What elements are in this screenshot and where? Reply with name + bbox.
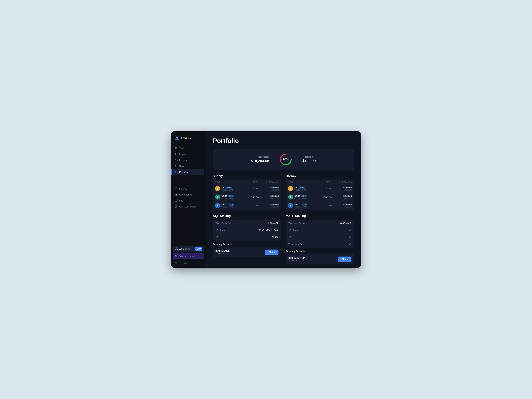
aql-rewards-info: 319.53 AQL $1,000.25 [215,250,230,255]
svg-point-10 [176,194,177,195]
balance-cell: 5,000.00 $4,999.91 [336,203,352,208]
sidebar-item-trade[interactable]: Trade [173,145,204,151]
asset-sub: COLLATERAL [222,197,234,199]
supply-row-dai[interactable]: ₿ DAI $1.00 COLLATERAL 13.12% 5, [213,184,281,193]
balance-cell: 5,000.00 $4,999.91 [263,195,279,199]
supply-col-balance: MY BALANCE [263,181,279,183]
wallet-icon [175,255,177,258]
asset-cell: $ USDC $1.00 COLLATERAL [288,203,320,208]
asset-badge: $1.00 [228,203,234,206]
discord-icon[interactable]: ⌨ [184,261,188,264]
sidebar-item-portfolio[interactable]: Portfolio [171,169,204,175]
aql-staking-body: Total AQL Balance: 3,000 AQL AQL Locked:… [213,220,281,241]
sidebar-item-liquidity-label: Liquidity [179,153,188,155]
malp-total-balance-row: Total Malp Balance: 3,000 MALP [288,220,351,227]
malp-staking-card: MALP Staking Total Malp Balance: 3,000 M… [286,214,354,264]
supply-table: Supply ASSET APY MY BALANCE ₿ DAI [213,174,281,210]
sidebar-item-get-test-tokens-label: Get Test Tokens [179,205,196,208]
get-test-tokens-icon [175,205,177,208]
sidebar-item-lending[interactable]: Lending [173,157,204,163]
svg-rect-3 [175,160,177,161]
balance-sub: $4,999.91 [263,206,279,208]
sidebar-item-governance-label: Governance [179,193,192,196]
sidebar-item-governance[interactable]: Governance [173,192,204,197]
page-title: Portfolio [213,137,354,145]
asset-badge: $1.00 [302,203,307,206]
aql-claim-button[interactable]: Claim [265,250,279,255]
malp-rewards-usd: $1,000.25 [288,260,305,262]
asset-name: USDC [294,203,301,206]
asset-info: USDT $0.99 COLLATERAL [222,195,234,199]
apy-value: 13.12% [320,196,336,198]
forums-icon [175,187,177,190]
supply-row-usdt[interactable]: T USDT $0.99 COLLATERAL 13.12% 5 [213,193,281,201]
sidebar-item-get-test-tokens[interactable]: Get Test Tokens [173,204,204,209]
borrow-row-dai[interactable]: ₿ DAI $1.00 COLLATERAL 13.12% 5, [286,184,354,193]
svg-point-5 [176,166,177,166]
supply-row-usdc[interactable]: $ USDC $1.00 COLLATERAL 13.12% 5 [213,201,281,210]
sidebar-item-lending-label: Lending [179,159,188,161]
supply-table-body: ₿ DAI $1.00 COLLATERAL 13.12% 5, [213,184,281,210]
asset-info: USDT $0.99 COLLATERAL [294,195,307,199]
medium-icon[interactable]: M [175,261,177,264]
trade-icon [175,147,177,149]
sidebar-item-info-label: Info [179,199,183,202]
buy-button[interactable]: Buy [195,247,202,251]
sidebar-item-forums-label: Forums [179,187,187,190]
malp-ap-key: AP: [288,236,292,238]
balance-sub: $4,999.91 [336,197,352,199]
logo: Aqualis [171,136,206,145]
malp-total-balance-key: Total Malp Balance: [288,222,307,224]
liquidity-icon [175,153,177,155]
aql-total-balance-val: 3,000 AQL [268,222,279,224]
balance-main: 5,000.00 [336,203,352,206]
asset-name: USDT [294,195,300,197]
app-shell: Aqualis Trade Liquidity [171,131,361,268]
malp-ap-val: N/A [348,236,351,238]
aql-ap-key: AP: [215,236,219,238]
sidebar-item-forums[interactable]: Forums [173,186,204,191]
supply-borrow-section: Supply ASSET APY MY BALANCE ₿ DAI [213,174,354,210]
app-name: Aqualis [181,137,191,140]
asset-cell: T USDT $0.99 COLLATERAL [215,195,247,200]
sidebar-item-portfolio-label: Portfolio [179,171,188,173]
borrow-row-usdc[interactable]: $ USDC $1.00 COLLATERAL 13.12% 5 [286,201,354,210]
asset-info: DAI $1.00 COLLATERAL [222,186,234,191]
asset-badge: $1.00 [226,187,232,189]
sidebar-item-stake[interactable]: Stake [173,163,204,169]
malp-claim-button[interactable]: Claim [338,257,351,262]
sidebar-item-trade-label: Trade [179,147,185,149]
twitter-icon[interactable]: ✕ [180,261,182,264]
sidebar-item-liquidity[interactable]: Liquidity [173,151,204,157]
asset-info: USDC $1.00 COLLATERAL [222,203,234,208]
sidebar-item-info[interactable]: Info [173,198,204,203]
borrow-table-header: ASSET APY MY BALANCE [286,180,354,184]
total-assets-value: $10,254.05 [251,159,269,163]
balance-cell: 5,000.00 $4,999.91 [336,195,352,199]
aql-ap-row: AP: 36,410 [215,234,279,241]
aql-locked-key: AQL Locked: [215,229,228,231]
secondary-nav: Forums Governance Info [171,186,206,209]
stake-icon [175,165,177,167]
borrow-row-usdt[interactable]: T USDT $0.99 COLLATERAL 13.12% 5 [286,193,354,201]
asset-name: USDC [222,203,228,206]
balance-cell: 5,000.00 $4,999.91 [263,203,279,208]
aql-rewards-amount: 319.53 AQL [215,250,230,253]
balance-sub: $4,999.91 [263,189,279,191]
malp-rewards-box: 319.53 MALP $1,000.25 Claim [286,254,354,264]
asset-info: DAI $1.00 COLLATERAL [294,186,306,191]
wallet-address-bar[interactable]: 0x9c1e ... d41e [173,253,204,259]
asset-cell: $ USDC $1.00 COLLATERAL [215,203,247,208]
borrow-col-balance: MY BALANCE [336,181,352,183]
supply-col-apy: APY [247,181,263,183]
total-assets-block: Total Assets: $10,254.05 [251,156,269,163]
supply-title: Supply [213,174,281,178]
asset-name: DAI [222,186,225,189]
aql-token-label: AQL [179,248,184,250]
asset-badge: $1.00 [299,187,305,189]
social-links: M ✕ ⌨ [173,260,204,264]
usdc-icon: $ [215,203,220,208]
malp-locked-row: AQL Locked: N/A [288,227,351,234]
malp-withdrawal-row: Withdrawal Date: N/A [288,241,351,247]
aql-staking-title: AQL Staking [213,214,281,218]
